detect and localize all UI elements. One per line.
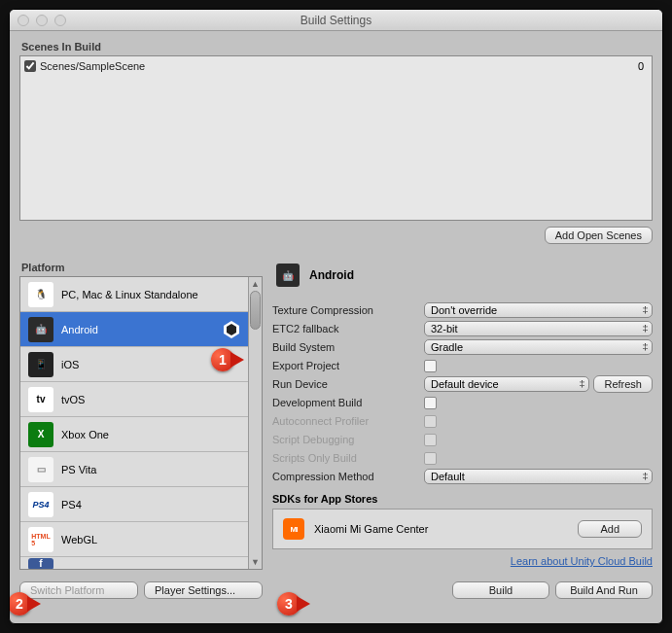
texture-compression-select[interactable]: Don't override [424,302,653,318]
build-button[interactable]: Build [452,581,549,599]
platform-webgl[interactable]: HTML5 WebGL [20,522,248,557]
tvos-icon: tv [28,387,53,412]
scrollbar-thumb[interactable] [250,291,261,330]
sdk-label: SDKs for App Stores [272,493,653,505]
android-icon: 🤖 [28,317,53,342]
build-system-select[interactable]: Gradle [424,339,653,355]
android-detail-icon: 🤖 [276,264,300,287]
run-device-select[interactable]: Default device [424,376,589,392]
add-open-scenes-button[interactable]: Add Open Scenes [545,227,653,244]
script-debugging-checkbox [424,434,437,446]
platform-scrollbar[interactable] [248,277,262,569]
scenes-label: Scenes In Build [21,41,653,53]
psvita-icon: ▭ [28,457,53,482]
facebook-icon: f [28,558,53,570]
scenes-list[interactable]: Scenes/SampleScene 0 [19,55,653,221]
scene-name: Scenes/SampleScene [40,60,145,72]
compression-method-select[interactable]: Default [424,469,653,484]
window-controls [18,15,66,26]
minimize-dot[interactable] [36,15,48,26]
scene-index: 0 [638,60,644,72]
development-build-checkbox[interactable] [424,397,437,409]
autoconnect-profiler-checkbox [424,415,437,428]
scripts-only-checkbox [424,452,437,465]
unity-icon [221,319,242,340]
sdk-name: Xiaomi Mi Game Center [314,523,428,535]
etc2-fallback-select[interactable]: 32-bit [424,321,653,336]
platform-detail: 🤖 Android Texture CompressionDon't overr… [272,258,653,570]
webgl-icon: HTML5 [28,527,53,552]
refresh-button[interactable]: Refresh [593,375,653,393]
zoom-dot[interactable] [54,15,66,26]
sdk-box: MI Xiaomi Mi Game Center Add [272,509,653,549]
platform-facebook[interactable]: f [20,557,248,569]
cloud-build-link[interactable]: Learn about Unity Cloud Build [272,555,653,567]
platform-tvos[interactable]: tv tvOS [20,382,248,417]
platform-label: Platform [21,262,263,273]
close-dot[interactable] [18,15,29,26]
ps4-icon: PS4 [28,492,53,517]
pc-icon: 🐧 [28,282,53,307]
detail-title: Android [309,268,354,282]
window-title: Build Settings [10,10,662,31]
export-project-checkbox[interactable] [424,360,437,372]
ios-icon: 📱 [28,352,53,377]
callout-1: 1 [211,348,234,371]
callout-2: 2 [9,592,31,615]
xbox-icon: X [28,422,53,447]
sdk-add-button[interactable]: Add [578,520,642,538]
xiaomi-icon: MI [283,518,304,540]
platform-android[interactable]: 🤖 Android [20,312,248,347]
build-and-run-button[interactable]: Build And Run [555,581,653,599]
build-settings-window: Build Settings Scenes In Build Scenes/Sa… [9,9,663,624]
scene-row[interactable]: Scenes/SampleScene [24,60,648,72]
platform-pc[interactable]: 🐧 PC, Mac & Linux Standalone [20,277,248,312]
platform-ps4[interactable]: PS4 PS4 [20,487,248,522]
platform-list: 🐧 PC, Mac & Linux Standalone 🤖 Android 📱 [19,276,263,570]
platform-xbox[interactable]: X Xbox One [20,417,248,452]
callout-3: 3 [277,592,301,615]
scene-checkbox[interactable] [24,60,36,72]
platform-psvita[interactable]: ▭ PS Vita [20,452,248,487]
player-settings-button[interactable]: Player Settings... [144,581,263,599]
